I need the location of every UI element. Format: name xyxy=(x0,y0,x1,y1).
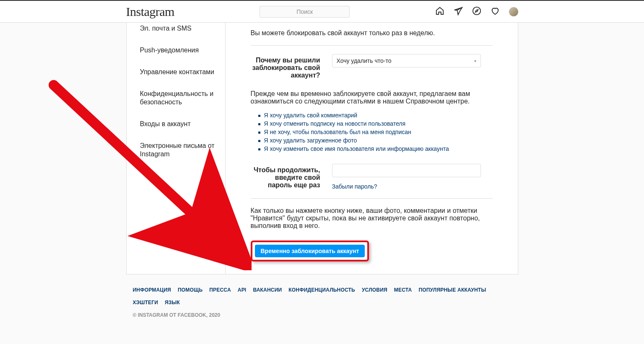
forgot-password-link[interactable]: Забыли пароль? xyxy=(332,183,493,190)
home-icon[interactable] xyxy=(435,6,444,17)
limit-text: Вы можете блокировать свой аккаунт тольк… xyxy=(251,29,493,37)
footer-link[interactable]: ПОПУЛЯРНЫЕ АККАУНТЫ xyxy=(418,287,486,293)
disable-account-button[interactable]: Временно заблокировать аккаунт xyxy=(255,245,365,257)
help-link[interactable]: Я хочу изменить свое имя пользователя ил… xyxy=(264,145,449,152)
reason-select[interactable]: Хочу удалить что-то ▾ xyxy=(332,54,481,67)
direct-icon[interactable] xyxy=(454,6,463,17)
copyright: © INSTAGRAM ОТ FACEBOOK, 2020 xyxy=(133,312,512,318)
footer-link[interactable]: API xyxy=(238,287,247,293)
password-input[interactable] xyxy=(332,164,481,177)
footer-link[interactable]: УСЛОВИЯ xyxy=(362,287,387,293)
instagram-logo[interactable]: Instagram xyxy=(126,5,174,19)
avatar[interactable] xyxy=(509,7,518,16)
help-intro: Прежде чем вы временно заблокируете свой… xyxy=(251,90,493,105)
chevron-down-icon: ▾ xyxy=(474,59,476,63)
search-input[interactable] xyxy=(260,6,350,18)
footer-link[interactable]: ПРЕССА xyxy=(209,287,231,293)
sidebar-item-logins[interactable]: Входы в аккаунт xyxy=(127,113,225,135)
sidebar-item-contacts[interactable]: Управление контактами xyxy=(127,61,225,83)
help-link[interactable]: Я хочу отменить подписку на новости поль… xyxy=(264,120,406,127)
help-links: Я хочу удалить свой комментарий Я хочу о… xyxy=(258,112,493,152)
footer-link[interactable]: ЯЗЫК xyxy=(165,300,180,305)
top-bar: Instagram xyxy=(0,1,644,23)
confirm-text: Как только вы нажмете кнопку ниже, ваши … xyxy=(251,207,493,230)
footer-link[interactable]: ИНФОРМАЦИЯ xyxy=(133,287,171,293)
sidebar-item-email-sms[interactable]: Эл. почта и SMS xyxy=(127,23,225,39)
sidebar-item-push[interactable]: Push-уведомления xyxy=(127,39,225,61)
password-label: Чтобы продолжить, введите свой пароль ещ… xyxy=(251,164,332,189)
reason-label: Почему вы решили заблокировать свой акка… xyxy=(251,54,332,79)
help-link[interactable]: Я хочу удалить свой комментарий xyxy=(264,112,358,119)
explore-icon[interactable] xyxy=(472,6,481,17)
divider xyxy=(251,198,493,199)
sidebar-item-privacy[interactable]: Конфиденциальность и безопасность xyxy=(127,83,225,113)
main-panel: Вы можете блокировать свой аккаунт тольк… xyxy=(226,23,518,274)
sidebar-item-emails[interactable]: Электронные письма от Instagram xyxy=(127,135,225,165)
footer-link[interactable]: МЕСТА xyxy=(394,287,412,293)
activity-icon[interactable] xyxy=(491,6,500,17)
settings-sidebar: Эл. почта и SMS Push-уведомления Управле… xyxy=(127,23,226,274)
footer-link[interactable]: КОНФИДЕНЦИАЛЬНОСТЬ xyxy=(288,287,355,293)
help-link[interactable]: Я хочу удалить загруженное фото xyxy=(264,137,357,144)
annotation-highlight: Временно заблокировать аккаунт xyxy=(251,241,369,261)
reason-selected-value: Хочу удалить что-то xyxy=(337,57,392,64)
divider xyxy=(251,45,493,46)
footer-link[interactable]: ХЭШТЕГИ xyxy=(133,300,158,305)
help-link[interactable]: Я не хочу, чтобы пользователь был на мен… xyxy=(264,129,411,135)
footer-link[interactable]: ВАКАНСИИ xyxy=(253,287,282,293)
footer: ИНФОРМАЦИЯ ПОМОЩЬ ПРЕССА API ВАКАНСИИ КО… xyxy=(126,287,518,331)
svg-point-0 xyxy=(473,7,480,15)
footer-link[interactable]: ПОМОЩЬ xyxy=(178,287,203,293)
